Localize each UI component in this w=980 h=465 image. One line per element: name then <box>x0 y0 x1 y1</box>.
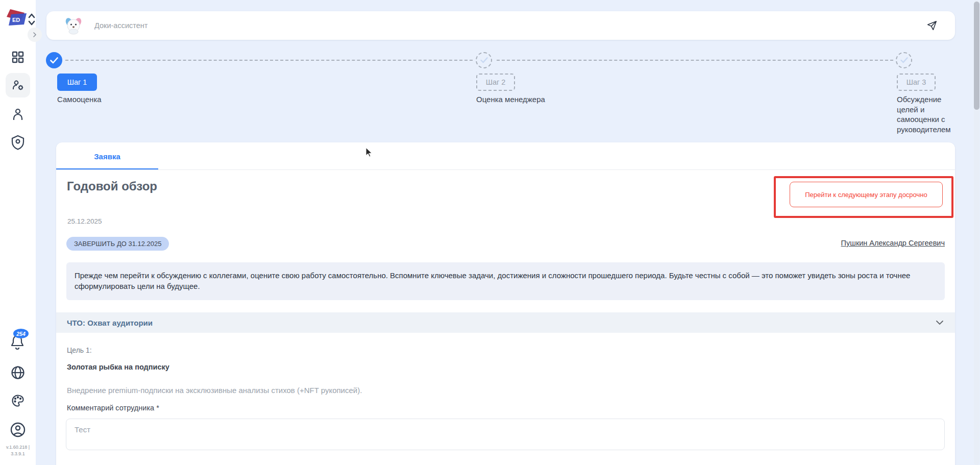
logo-text: ED <box>12 17 20 23</box>
step3-chip[interactable]: Шаг 3 <box>897 74 936 91</box>
tab-request[interactable]: Заявка <box>56 142 158 170</box>
tab-request-label: Заявка <box>94 152 120 161</box>
goal-name: Золотая рыбка на подписку <box>67 363 169 371</box>
chevron-down-icon[interactable] <box>936 320 944 325</box>
page-title: Годовой обзор <box>67 179 157 193</box>
app-logo: ED <box>6 8 28 28</box>
account-circle-icon[interactable] <box>10 422 26 438</box>
shield-icon[interactable] <box>11 135 25 150</box>
send-icon[interactable] <box>924 18 940 33</box>
scrollbar-thumb[interactable] <box>974 2 979 110</box>
goal-label: Цель 1: <box>67 346 92 354</box>
person-icon[interactable] <box>12 107 24 121</box>
employee-comment-input[interactable]: Тест <box>66 419 945 450</box>
section-header-what[interactable]: ЧТО: Охват аудитории <box>56 312 955 333</box>
unfold-icon[interactable] <box>27 12 36 29</box>
tabbar-divider <box>56 169 955 170</box>
section-title: ЧТО: Охват аудитории <box>67 319 153 327</box>
early-next-stage-button[interactable]: Перейти к следующему этапу досрочно <box>790 182 943 207</box>
sidebar-collapse-button[interactable] <box>28 28 42 42</box>
app-version: v.1.60.218 | 3.3.9.1 <box>0 444 36 457</box>
step-connector <box>65 60 473 61</box>
puppy-avatar <box>64 16 83 35</box>
step1-chip[interactable]: Шаг 1 <box>57 74 97 91</box>
assistant-input[interactable] <box>94 21 924 30</box>
step-connector <box>497 60 893 61</box>
employee-comment-label: Комментарий сотрудника * <box>67 404 159 412</box>
request-card: Заявка Годовой обзор Перейти к следующем… <box>56 142 955 465</box>
person-gear-icon[interactable] <box>11 79 24 92</box>
deadline-badge: ЗАВЕРШИТЬ ДО 31.12.2025 <box>66 237 169 251</box>
goal-description: Внедрение premium-подписки на эксклюзивн… <box>67 386 362 395</box>
step1-label: Самооценка <box>57 94 102 105</box>
palette-icon[interactable] <box>11 394 24 407</box>
step2-status-icon <box>476 52 492 68</box>
step3-label: Обсуждение целей и самооценки с руководи… <box>897 94 958 134</box>
employee-link[interactable]: Пушкин Александр Сергеевич <box>841 239 945 247</box>
mouse-cursor <box>365 147 375 159</box>
sidebar: ED <box>0 0 36 465</box>
step2-label: Оценка менеджера <box>476 94 545 105</box>
dashboard-grid-icon[interactable] <box>12 51 24 63</box>
notification-badge: 254 <box>13 329 29 338</box>
assistant-bar <box>46 11 955 40</box>
tabbar: Заявка <box>56 142 955 170</box>
step2-chip[interactable]: Шаг 2 <box>476 74 515 91</box>
step3-status-icon <box>896 52 912 68</box>
globe-icon[interactable] <box>11 365 25 380</box>
intro-text: Прежде чем перейти к обсуждению с коллег… <box>66 262 945 300</box>
review-date: 25.12.2025 <box>67 217 102 225</box>
app-screen: ED <box>0 0 980 465</box>
step1-status-icon <box>46 52 62 68</box>
